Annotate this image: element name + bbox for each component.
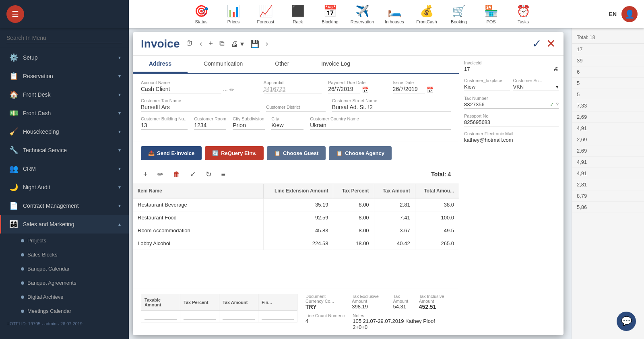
send-einvoice-button[interactable]: 📤 Send E-Invoice bbox=[141, 146, 202, 160]
city-value: Kiew bbox=[271, 122, 303, 130]
nav-item-forecast[interactable]: 📈Forecast bbox=[254, 4, 278, 24]
modal-left: Address Communication Other Invoice Log … bbox=[133, 56, 459, 335]
history-button[interactable]: ⏱ bbox=[184, 38, 195, 50]
help-icon[interactable]: ? bbox=[556, 101, 559, 107]
taxamt-input[interactable] bbox=[223, 313, 255, 320]
booking-label: Booking bbox=[451, 19, 467, 24]
save-button[interactable]: 💾 bbox=[249, 38, 261, 50]
nav-item-booking[interactable]: 🛒Booking bbox=[447, 4, 471, 24]
calendar2-icon[interactable]: 📅 bbox=[427, 87, 433, 93]
copy-button[interactable]: ⧉ bbox=[218, 38, 226, 50]
choose-guest-button[interactable]: 📋 Choose Guest bbox=[267, 146, 326, 160]
ellipsis-icon[interactable]: ··· bbox=[223, 87, 228, 93]
table-header: Item Name Line Extension Amount Tax Perc… bbox=[133, 184, 459, 198]
print-button[interactable]: 🖨 ▾ bbox=[229, 38, 246, 50]
taxnumber-label: Tax Number bbox=[464, 96, 559, 101]
refresh-button[interactable]: ↻ bbox=[203, 168, 214, 180]
sidebar-subitem-banquetagreements[interactable]: Banquet Agreements bbox=[0, 276, 129, 290]
sidebar-item-crm[interactable]: 👥 CRM ▾ bbox=[0, 159, 129, 178]
bottom-table-body bbox=[141, 311, 297, 322]
search-input[interactable] bbox=[6, 33, 122, 43]
choose-agency-button[interactable]: 📋 Choose Agency bbox=[329, 146, 392, 160]
pos-label: POS bbox=[486, 19, 495, 24]
edit-icon[interactable]: ✏ bbox=[229, 87, 234, 93]
check-row-button[interactable]: ✓ bbox=[188, 168, 198, 180]
nav-item-inhouses[interactable]: 🛏️In houses bbox=[382, 4, 407, 24]
sidebar-item-housekeeping[interactable]: 🧹 Housekeeping ▾ bbox=[0, 122, 129, 141]
check-taxnumber-icon[interactable]: ✓ bbox=[550, 101, 554, 107]
chevron-icon: ▾ bbox=[118, 55, 121, 60]
print-icon[interactable]: 🖨 bbox=[553, 66, 559, 72]
salesmarketing-icon: 👨‍👩‍👧 bbox=[9, 220, 18, 229]
fin-input[interactable] bbox=[262, 313, 294, 320]
chevron-icon: ▾ bbox=[118, 184, 121, 190]
customerroom-group: Customer Room 1234 bbox=[194, 116, 226, 130]
prices-icon: 📊 bbox=[227, 4, 241, 18]
doccurrency-label: Document Currency Co... bbox=[305, 294, 344, 304]
inhouses-icon: 🛏️ bbox=[388, 4, 402, 18]
nav-item-prices[interactable]: 📊Prices bbox=[221, 4, 246, 24]
add-row-button[interactable]: + bbox=[141, 169, 150, 180]
language-button[interactable]: EN bbox=[609, 11, 617, 17]
cell-taxpercent: 18.00 bbox=[333, 237, 374, 250]
sidebar-label-frontcash: Front Cash bbox=[23, 110, 51, 116]
tab-address[interactable]: Address bbox=[133, 56, 188, 73]
taxplace-field: Customer_taxplace Kiew bbox=[464, 78, 510, 91]
dot-icon bbox=[21, 296, 24, 299]
menu-button[interactable]: ≡ bbox=[219, 169, 228, 180]
confirm-button[interactable]: ✓ bbox=[532, 37, 541, 50]
frontcash-label: FrontCash bbox=[416, 19, 437, 24]
user-avatar[interactable]: 👤 bbox=[621, 6, 638, 22]
sidebar-item-frontcash[interactable]: 💵 Front Cash ▾ bbox=[0, 104, 129, 122]
sidebar-subitem-meetingscalendar[interactable]: Meetings Calendar bbox=[0, 304, 129, 318]
countryname-group: Customer Country Name Ukrain bbox=[310, 116, 451, 130]
sidebar-subitem-salesblocks[interactable]: Sales Blocks bbox=[0, 248, 129, 262]
taxable-input[interactable] bbox=[144, 313, 177, 320]
prev-button[interactable]: ‹ bbox=[198, 38, 204, 50]
nav-item-status[interactable]: 🎯Status bbox=[189, 4, 213, 24]
nav-item-frontcash[interactable]: 💰FrontCash bbox=[415, 4, 439, 24]
sidebar-item-nightaudit[interactable]: 🌙 Night Audit ▾ bbox=[0, 178, 129, 196]
cell-itemname: Restaurant Food bbox=[133, 211, 263, 224]
calendar-icon[interactable]: 📅 bbox=[362, 87, 369, 93]
nav-item-blocking[interactable]: 📅Blocking bbox=[318, 4, 342, 24]
tab-communication[interactable]: Communication bbox=[188, 56, 259, 73]
nav-item-pos[interactable]: 🏪POS bbox=[479, 4, 503, 24]
sidebar-subitem-banquetcalendar[interactable]: Banquet Calendar bbox=[0, 262, 129, 276]
table-scroll[interactable]: Item Name Line Extension Amount Tax Perc… bbox=[133, 184, 459, 289]
pos-icon: 🏪 bbox=[484, 4, 498, 18]
delete-row-button[interactable]: 🗑 bbox=[171, 169, 183, 180]
nav-item-reservation[interactable]: ✈️Reservation bbox=[350, 4, 374, 24]
hamburger-button[interactable]: ☰ bbox=[6, 5, 24, 23]
sidebar-item-technicalservice[interactable]: 🔧 Technical Service ▾ bbox=[0, 141, 129, 159]
subitem-label-salesblocks: Sales Blocks bbox=[27, 252, 57, 258]
invoiceid-value: 17 bbox=[464, 66, 470, 72]
add-button[interactable]: + bbox=[207, 38, 215, 50]
tab-invoicelog[interactable]: Invoice Log bbox=[305, 56, 366, 73]
taxpct-input[interactable] bbox=[184, 313, 216, 320]
electronicmail-value: kathey@hotmail.com bbox=[464, 137, 559, 144]
right-panel-row: 4,91 bbox=[572, 157, 644, 168]
requery-einv-button[interactable]: 🔄 ReQuery EInv. bbox=[205, 146, 264, 160]
close-button[interactable]: ✕ bbox=[546, 37, 555, 50]
form-row-1: Account Name Cash Client ··· ✏ Appcardid… bbox=[141, 80, 451, 93]
nav-item-rack[interactable]: ⬛Rack bbox=[286, 4, 310, 24]
dropdown-icon[interactable]: ▾ bbox=[556, 84, 559, 90]
sidebar-item-setup[interactable]: ⚙️ Setup ▾ bbox=[0, 48, 129, 67]
edit-row-button[interactable]: ✏ bbox=[155, 168, 166, 180]
next-button[interactable]: › bbox=[264, 38, 270, 50]
sidebar-item-salesmarketing[interactable]: 👨‍👩‍👧 Sales and Marketing ▴ bbox=[0, 215, 129, 234]
sidebar-item-reservation[interactable]: 📋 Reservation ▾ bbox=[0, 67, 129, 85]
nav-item-tasks[interactable]: ⏰Tasks bbox=[511, 4, 535, 24]
tab-other[interactable]: Other bbox=[259, 56, 305, 73]
sidebar-item-contractmanagement[interactable]: 📄 Contract Management ▾ bbox=[0, 196, 129, 215]
frontcash-icon: 💵 bbox=[9, 109, 18, 118]
modal-right-panel: Invoiceid 17 🖨 Customer_taxplace Kiew Cu… bbox=[459, 56, 564, 335]
chat-bubble[interactable]: 💬 bbox=[617, 312, 636, 331]
sidebar-subitem-digitalarchive[interactable]: Digital Archieve bbox=[0, 290, 129, 304]
sidebar-item-frontdesk[interactable]: 🏠 Front Desk ▾ bbox=[0, 85, 129, 104]
col-taxpct: Tax Percent bbox=[180, 294, 219, 311]
cell-lineext: 45.83 bbox=[263, 224, 333, 237]
sidebar-subitem-projects[interactable]: Projects bbox=[0, 234, 129, 248]
send-icon: 📤 bbox=[148, 150, 155, 156]
